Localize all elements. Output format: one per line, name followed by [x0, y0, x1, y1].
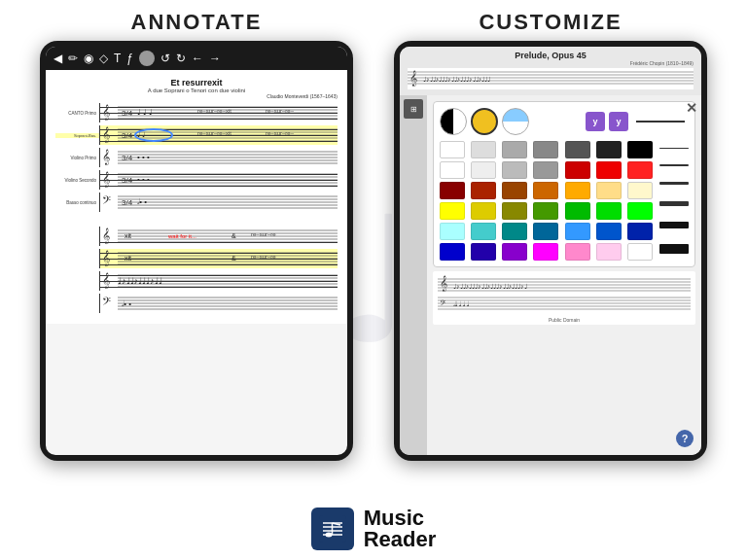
- color-maroon[interactable]: [440, 182, 465, 199]
- staff-row-soprani: Soprani-Bas. 𝄞 3/4: [55, 125, 338, 145]
- color-magenta[interactable]: [533, 243, 558, 261]
- color-white[interactable]: [440, 141, 465, 158]
- color-black[interactable]: [627, 141, 653, 158]
- svg-text:♩ ♩: ♩ ♩: [137, 131, 145, 138]
- svg-text:3/4: 3/4: [122, 109, 133, 118]
- color-lightpink[interactable]: [596, 243, 622, 261]
- highlight-icon[interactable]: ◇: [99, 52, 108, 65]
- color-darkgreen[interactable]: [533, 202, 558, 220]
- line-thickness-1[interactable]: [659, 148, 689, 149]
- svg-text:• • •: • • •: [137, 175, 150, 184]
- color-purple[interactable]: [502, 243, 527, 261]
- style-circle-yellow[interactable]: [471, 108, 498, 135]
- svg-text:♩♪♩♩♪♩♩♩♪♩♩♪♩♩♩♪♩♩♪♩♩♩: ♩♪♩♩♪♩♩♩♪♩♩♪♩♩♩♪♩♩♪♩♩♩: [423, 76, 490, 83]
- color-navy[interactable]: [440, 243, 465, 261]
- back-icon[interactable]: ◀: [53, 52, 62, 65]
- line-thickness-6[interactable]: [659, 244, 689, 254]
- svg-point-104: [325, 533, 332, 538]
- color-blue[interactable]: [596, 223, 622, 240]
- redo-icon[interactable]: ↻: [176, 52, 186, 65]
- color-gray2[interactable]: [533, 161, 558, 179]
- sheet-title: Et resurrexit: [55, 78, 338, 88]
- cursor-icon[interactable]: ƒ: [126, 52, 133, 65]
- color-hotpink[interactable]: [565, 243, 590, 261]
- svg-text:𝄞: 𝄞: [102, 272, 110, 290]
- color-lightorange[interactable]: [596, 182, 622, 199]
- style-circle-halfblue[interactable]: [502, 108, 529, 135]
- staff-lines-bottom3: 𝄞 ♩♪♩♩♪♩♩♩♪♩♩: [99, 271, 338, 291]
- color-orange[interactable]: [565, 182, 590, 199]
- color-olive[interactable]: [502, 202, 527, 220]
- undo-icon[interactable]: ↺: [160, 52, 170, 65]
- svg-text:𝄢: 𝄢: [102, 193, 111, 209]
- color-midgreen[interactable]: [565, 202, 590, 220]
- customize-label: CUSTOMIZE: [479, 10, 622, 35]
- next-page-icon[interactable]: →: [209, 52, 221, 65]
- color-cyan[interactable]: [471, 223, 496, 240]
- y-button-1[interactable]: y: [586, 112, 605, 131]
- color-gray[interactable]: [533, 141, 558, 158]
- color-darkred[interactable]: [565, 161, 590, 179]
- color-limegreen[interactable]: [627, 202, 653, 220]
- help-icon: ?: [682, 433, 689, 444]
- color-darkgray[interactable]: [565, 141, 590, 158]
- help-button[interactable]: ?: [676, 430, 694, 447]
- svg-text:𝄞: 𝄞: [102, 104, 110, 122]
- color-indicator[interactable]: [139, 51, 155, 66]
- color-brownred[interactable]: [471, 182, 496, 199]
- color-red[interactable]: [596, 161, 622, 179]
- staff-label-violino2: Violino Secondo: [55, 178, 99, 183]
- grid-icon-symbol: ⊞: [410, 105, 417, 114]
- color-silver[interactable]: [471, 161, 496, 179]
- svg-text:re–sur–re: re–sur–re: [251, 254, 276, 260]
- line-thickness-4[interactable]: [659, 201, 689, 206]
- color-brown[interactable]: [502, 182, 527, 199]
- svg-text:re–sur–re–: re–sur–re–: [266, 108, 295, 114]
- staff-row-violino1: Violino Primo 𝄞 3/4: [55, 148, 338, 167]
- svg-text:re–sur–re–: re–sur–re–: [266, 130, 295, 136]
- color-darkyellow[interactable]: [471, 202, 496, 220]
- color-indigo[interactable]: [471, 243, 496, 261]
- brand-name-reader: Reader: [364, 529, 437, 550]
- color-white2[interactable]: [440, 161, 465, 179]
- color-darkblue[interactable]: [533, 223, 558, 240]
- staff-lines-bottom2-hl: 𝄞 xit & re–sur–re: [99, 249, 338, 268]
- color-white3[interactable]: [627, 243, 653, 261]
- color-yellow[interactable]: [440, 202, 465, 220]
- staff-lines-bottom4: 𝄢 𝅗𝅥 • •: [99, 294, 338, 313]
- color-darkblue2[interactable]: [627, 223, 653, 240]
- color-lightblue[interactable]: [565, 223, 590, 240]
- sheet-composer: Claudio Monteverdi (1567–1643): [55, 93, 338, 99]
- staff-lines-canto: 𝄞 3/4 ♩ ♩ ♩ re–sur–re–xit: [99, 103, 338, 122]
- brush-icon[interactable]: ◉: [84, 52, 93, 65]
- staff-lines-basso: 𝄢 3/4 𝅗𝅥 • •: [99, 192, 338, 212]
- color-lightgray2[interactable]: [502, 161, 527, 179]
- color-picker-panel: y y: [433, 101, 695, 267]
- svg-text:&: &: [231, 232, 236, 239]
- color-teal[interactable]: [502, 223, 527, 240]
- color-darkorange[interactable]: [533, 182, 558, 199]
- color-midgray[interactable]: [502, 141, 527, 158]
- staff-row-bottom3: 𝄞 ♩♪♩♩♪♩♩♩♪♩♩: [55, 271, 338, 291]
- color-lightcyan[interactable]: [440, 223, 465, 240]
- color-brightgreen[interactable]: [596, 202, 622, 220]
- text-icon[interactable]: T: [114, 52, 121, 65]
- line-thickness-5[interactable]: [659, 222, 689, 228]
- color-cream[interactable]: [627, 182, 653, 199]
- color-lightgray[interactable]: [471, 141, 496, 158]
- pencil-icon[interactable]: ✏: [68, 52, 78, 65]
- style-circle-halftone[interactable]: [440, 108, 467, 135]
- svg-text:3/4: 3/4: [122, 176, 133, 185]
- grid-icon[interactable]: ⊞: [404, 99, 423, 119]
- svg-text:𝅗𝅥 ♩ ♩ ♩ ♩: 𝅗𝅥 ♩ ♩ ♩ ♩: [453, 300, 469, 307]
- color-brightred[interactable]: [627, 161, 653, 179]
- color-verydark[interactable]: [596, 141, 622, 158]
- line-thickness-3[interactable]: [659, 182, 689, 185]
- right-sidebar: ⊞: [400, 95, 427, 455]
- y-button-2[interactable]: y: [609, 112, 628, 131]
- svg-text:𝅗𝅥 • •: 𝅗𝅥 • •: [137, 197, 147, 206]
- prev-page-icon[interactable]: ←: [192, 52, 203, 65]
- close-button[interactable]: ✕: [686, 99, 697, 117]
- annotate-section: ANNOTATE ◀ ✏ ◉ ◇ T ƒ ↺ ↻ ← →: [40, 10, 353, 500]
- line-thickness-2[interactable]: [659, 164, 689, 166]
